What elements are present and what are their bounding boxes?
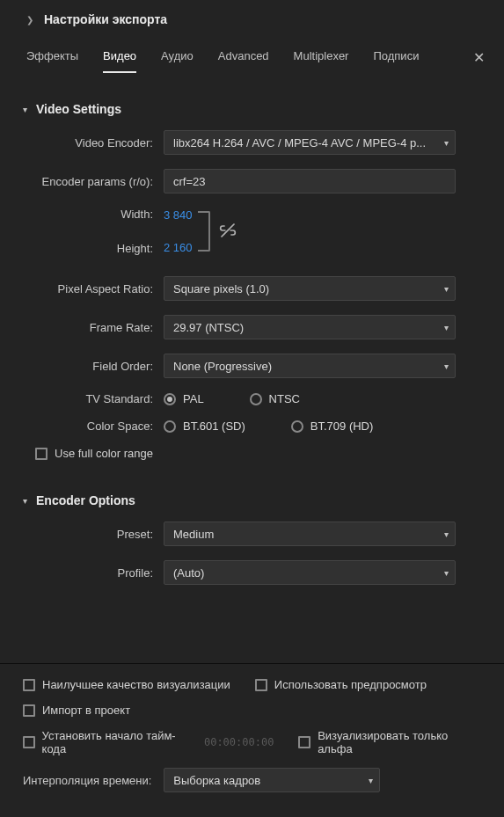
input-width[interactable]: 3 840: [164, 208, 193, 222]
checkbox-icon: [35, 448, 47, 460]
checkbox-render-alpha[interactable]: Визуализировать только альфа: [298, 729, 481, 755]
radio-dot-icon: [291, 420, 303, 433]
tab-captions[interactable]: Подписи: [361, 42, 431, 73]
select-preset[interactable]: Medium ▾: [164, 522, 456, 546]
label-encoder-params: Encoder params (r/o):: [23, 175, 164, 188]
input-height[interactable]: 2 160: [164, 241, 193, 254]
select-time-interpolation[interactable]: Выборка кадров ▾: [164, 768, 380, 792]
panel-title: Настройки экспорта: [44, 12, 167, 26]
radio-bt709[interactable]: BT.709 (HD): [291, 419, 374, 433]
input-encoder-params[interactable]: crf=23: [164, 169, 456, 193]
label-par: Pixel Aspect Ratio:: [23, 282, 164, 295]
checkbox-set-start-timecode[interactable]: Установить начало тайм-кода 00:00:00:00: [23, 729, 274, 755]
timecode-value: 00:00:00:00: [204, 736, 274, 748]
label-color-space: Color Space:: [23, 419, 164, 433]
select-par[interactable]: Square pixels (1.0) ▾: [164, 276, 456, 301]
tab-advanced[interactable]: Advanced: [206, 42, 281, 73]
checkbox-icon: [298, 736, 310, 748]
label-tv-standard: TV Standard:: [23, 392, 164, 405]
checkbox-icon: [23, 704, 35, 717]
select-field-order[interactable]: None (Progressive) ▾: [164, 354, 456, 378]
label-width: Width:: [23, 208, 153, 221]
checkbox-icon: [23, 736, 35, 748]
section-video-settings: ▾ Video Settings Video Encoder: libx264 …: [0, 86, 504, 478]
select-framerate[interactable]: 29.97 (NTSC) ▾: [164, 315, 456, 339]
chevron-right-icon[interactable]: ❯: [26, 15, 33, 25]
section-encoder-options: ▾ Encoder Options Preset: Medium ▾ Profi…: [0, 478, 504, 606]
radio-pal[interactable]: PAL: [164, 392, 204, 405]
label-preset: Preset:: [23, 528, 164, 541]
chevron-down-icon[interactable]: ▾: [23, 105, 27, 114]
radio-dot-icon: [164, 420, 176, 433]
section-title: Encoder Options: [36, 493, 135, 507]
radio-dot-icon: [250, 393, 262, 405]
select-video-encoder[interactable]: libx264 H.264 / AVC / MPEG-4 AVC / MPEG-…: [164, 130, 456, 155]
checkbox-import-project[interactable]: Импорт в проект: [23, 704, 130, 717]
radio-dot-icon: [164, 393, 176, 405]
dimension-bracket: [198, 211, 210, 252]
tab-video[interactable]: Видео: [91, 42, 149, 73]
close-icon[interactable]: ✕: [468, 42, 490, 73]
checkbox-full-color-range[interactable]: Use full color range: [35, 447, 481, 460]
label-height: Height:: [23, 242, 153, 255]
section-title: Video Settings: [36, 102, 121, 116]
radio-bt601[interactable]: BT.601 (SD): [164, 419, 245, 433]
tab-multiplexer[interactable]: Multiplexer: [281, 42, 362, 73]
label-profile: Profile:: [23, 566, 164, 580]
label-framerate: Frame Rate:: [23, 321, 164, 334]
checkbox-use-preview[interactable]: Использовать предпросмотр: [255, 678, 427, 691]
radio-ntsc[interactable]: NTSC: [250, 392, 300, 405]
tab-audio[interactable]: Аудио: [149, 42, 206, 73]
label-video-encoder: Video Encoder:: [23, 136, 164, 150]
label-field-order: Field Order:: [23, 360, 164, 373]
checkbox-icon: [23, 679, 35, 691]
footer: Наилучшее качество визуализации Использо…: [0, 663, 504, 817]
chevron-down-icon[interactable]: ▾: [23, 496, 27, 506]
checkbox-max-quality[interactable]: Наилучшее качество визуализации: [23, 678, 230, 691]
tab-bar: Эффекты Видео Аудио Advanced Multiplexer…: [0, 42, 504, 74]
select-profile[interactable]: (Auto) ▾: [164, 560, 456, 585]
label-time-interpolation: Интерполяция времени:: [23, 774, 151, 787]
tab-effects[interactable]: Эффекты: [14, 42, 91, 73]
link-broken-icon[interactable]: [219, 222, 237, 242]
checkbox-icon: [255, 679, 267, 691]
